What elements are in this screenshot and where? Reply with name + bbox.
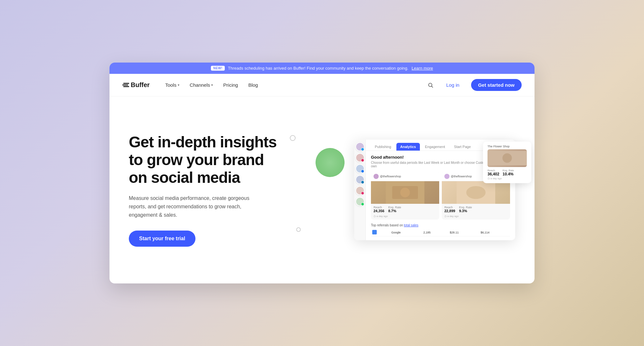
search-icon [428,82,433,88]
logo-icon [122,83,128,87]
post-card-2-time: ◷ a day ago [442,215,510,220]
post-card-1-avatar [374,174,379,179]
floating-card-image [488,149,527,167]
table-header: Top referrals based on total sales [371,223,510,227]
floating-card-stats: Reach 36,402 Eng. Rate 10.4% [488,169,527,176]
start-trial-button[interactable]: Start your free trial [129,231,195,247]
post-card-1: @theflowershop Reach 24,356 [371,172,439,220]
post-card-1-image [371,181,439,204]
total-sales-link[interactable]: total sales [404,223,418,227]
search-button[interactable] [426,81,435,89]
post-card-1-stats: Reach 24,356 Eng. Rate 8.7% [371,204,439,215]
logo[interactable]: Buffer [122,81,150,89]
instagram-badge [361,192,364,195]
svg-point-18 [400,188,410,197]
post-card-2-stats: Reach 22,899 Eng. Rate 9.3% [442,204,510,215]
table-col4: $6,114 [479,229,510,236]
pinterest-badge [361,159,364,162]
sidebar-avatar-1 [355,142,365,151]
facebook-badge [361,170,364,173]
svg-line-1 [431,86,433,87]
learn-more-link[interactable]: Learn more [412,66,433,71]
sidebar-avatar-6 [355,197,365,206]
main-window: New! Threads scheduling has arrived on B… [109,63,535,283]
post-card-1-header: @theflowershop [371,172,439,181]
nav-blog[interactable]: Blog [248,82,258,88]
green-blob-decoration [316,148,345,177]
google-logo [372,230,377,234]
post-card-1-time: ◷ a day ago [371,215,439,220]
post-card-2-avatar [444,174,450,179]
whatsapp-badge [361,203,364,206]
hero-left: Get in-depth insights to grow your brand… [129,133,283,247]
chevron-down-icon: ▾ [178,83,179,87]
sidebar-avatar-5 [355,186,365,195]
referrals-table: Google 2,185 $28.11 $6,114 [371,229,510,236]
table-source: Google [390,229,422,236]
announcement-bar: New! Threads scheduling has arrived on B… [109,63,535,74]
table-col2: 2,185 [422,229,449,236]
svg-point-20 [466,186,486,199]
sidebar-avatar-4 [355,175,365,184]
table-row: Google 2,185 $28.11 $6,114 [371,229,510,236]
chevron-down-icon: ▾ [211,83,213,87]
announcement-message: Threads scheduling has arrived on Buffer… [228,66,409,71]
linkedin-badge [361,181,364,184]
tab-start-page[interactable]: Start Page [450,143,475,151]
navbar: Buffer Tools ▾ Channels ▾ Pricing Blog L… [109,74,535,96]
tab-analytics[interactable]: Analytics [396,143,420,151]
new-badge: New! [211,66,225,71]
hero-title: Get in-depth insights to grow your brand… [129,133,283,187]
tab-engagement[interactable]: Engagement [421,143,449,151]
sidebar-avatar-3 [355,164,365,173]
logo-text: Buffer [131,81,150,89]
get-started-button[interactable]: Get started now [471,79,522,91]
floating-card-account: The Flower Shop [488,145,527,148]
sidebar-avatars [354,140,366,240]
hero-section: Get in-depth insights to grow your brand… [109,96,535,283]
post-card-2-image [442,181,510,204]
floating-card: The Flower Shop Reach 36,402 Eng. Rate 1… [483,142,531,183]
table-col3: $28.11 [449,229,479,236]
twitter-badge [361,148,364,151]
hero-description: Measure social media performance, create… [129,194,258,219]
nav-channels[interactable]: Channels ▾ [190,82,213,88]
post-card-1-account: @theflowershop [380,175,401,178]
nav-links: Tools ▾ Channels ▾ Pricing Blog [165,82,426,88]
nav-pricing[interactable]: Pricing [223,82,238,88]
circle-decoration-2 [296,227,301,232]
svg-point-0 [429,83,432,87]
login-button[interactable]: Log in [441,80,465,90]
post-card-2-account: @theflowershop [451,175,472,178]
circle-decoration-1 [290,135,296,141]
nav-tools[interactable]: Tools ▾ [165,82,179,88]
nav-right: Log in Get started now [426,79,522,91]
hero-right: Publishing Analytics Engagement Start Pa… [283,122,522,258]
tab-publishing[interactable]: Publishing [371,143,395,151]
svg-point-22 [502,153,512,163]
floating-card-time: ◷ a day ago [488,177,527,180]
sidebar-avatar-2 [355,153,365,162]
